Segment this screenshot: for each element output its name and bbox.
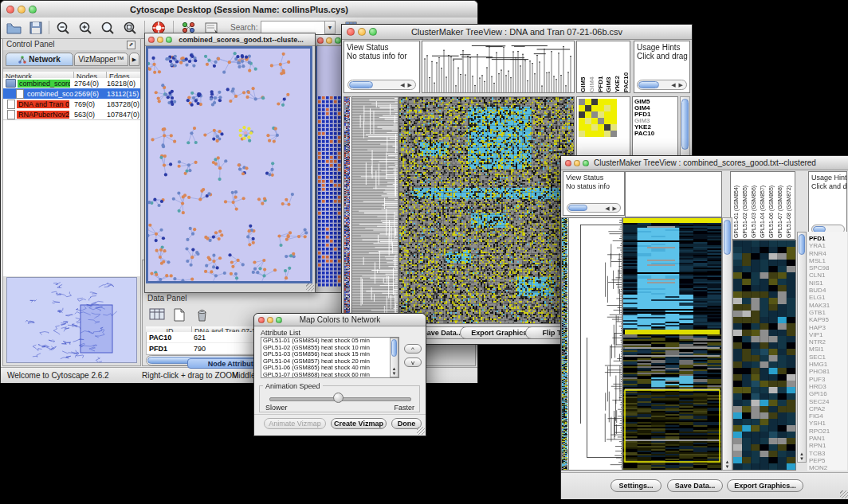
tv2-gene-label[interactable]: CLN1 [807,272,847,279]
tv2-gene-label[interactable]: BUD4 [807,287,847,294]
tv2-gene-label[interactable]: CPA2 [807,405,847,412]
zoom-window-icon[interactable] [166,37,172,43]
zoom-out-icon[interactable] [53,20,73,36]
tab-network[interactable]: Network [6,53,73,66]
tv2-zoom-vscrollbar[interactable]: ▲▼ [797,232,807,463]
tv2-gene-label[interactable]: SEC24 [807,398,847,405]
network-list-row[interactable]: combined_sco2569(6)13112(15) [3,88,140,99]
tv2-global-strip[interactable] [561,217,568,471]
tv2-gene-label[interactable]: SPC98 [807,264,847,272]
tv2-array-dendrogram-panel[interactable] [625,171,722,217]
attribute-select-icon[interactable] [147,307,167,322]
tv2-gene-dendrogram-canvas[interactable] [569,218,622,470]
scroll-arrows-icon[interactable]: ◀ ▶ [605,205,618,212]
tv1-column-label[interactable]: GIM5 [579,43,587,92]
scroll-arrows-icon[interactable]: ▲▼ [723,459,732,469]
zoom-window-icon[interactable] [29,6,37,14]
tv2-gene-label[interactable]: NIS1 [807,279,847,287]
tab-overflow[interactable]: ▶ [129,53,139,66]
tv2-button-save-data[interactable]: Save Data... [667,479,723,492]
resize-grip[interactable] [840,490,848,498]
move-up-button[interactable]: ^ [404,344,422,354]
tv1-global-strip-canvas[interactable] [344,97,350,323]
tv2-gene-label[interactable]: MSI1 [807,346,847,353]
tv1-titlebar[interactable]: ClusterMaker TreeView : DNA and Tran 07-… [342,25,692,40]
open-session-icon[interactable] [4,20,23,36]
tv1-column-label[interactable]: PAC10 [622,43,630,92]
scroll-arrows-icon[interactable]: ▲▼ [798,451,806,461]
attribute-listbox[interactable]: GPL51-01 (GSM854) heat shock 05 minGPL51… [261,337,399,378]
network-list-row[interactable]: DNA and Tran 07769(0)183728(0) [3,99,140,109]
tv1-heatmap-canvas[interactable] [399,97,574,323]
tv2-column-label[interactable]: GPL51-08 (GSM872) [785,173,792,238]
search-dropdown-arrow-icon[interactable]: ▼ [324,21,336,34]
tv2-column-label[interactable]: GPL51-03 (GSM856) [750,173,757,238]
tv2-zoom-heatmap-panel[interactable] [732,240,796,471]
scrollbar-thumb[interactable] [638,81,659,88]
tv2-gene-label[interactable]: GTB1 [807,309,847,316]
tv2-gene-label[interactable]: GPI16 [807,390,847,397]
tv2-gene-label[interactable]: TCB3 [807,450,847,457]
tv1-column-label[interactable]: YKE2 [614,43,621,92]
zoom-fit-icon[interactable] [98,20,117,36]
tv1-status-hscrollbar[interactable]: ◀ ▶ [347,80,416,90]
tv1-column-label[interactable]: GIM3 [605,43,612,92]
tv2-gene-label[interactable]: ELG1 [807,294,847,301]
tv2-gene-label[interactable]: VIP1 [807,331,847,338]
minimize-icon[interactable] [326,37,332,44]
tv2-gene-label[interactable]: YRA1 [807,242,847,249]
scrollbar-thumb[interactable] [391,339,397,357]
network-list-empty-area[interactable] [3,119,140,276]
tv1-array-dendrogram-canvas[interactable] [422,41,574,92]
tv2-heatmap-canvas[interactable] [623,218,721,470]
close-icon[interactable] [347,28,355,36]
delete-attribute-icon[interactable] [192,307,211,322]
tv2-titlebar[interactable]: ClusterMaker TreeView : combined_scores_… [561,156,848,170]
tv1-zoom-heatmap-canvas[interactable] [579,99,617,137]
tv2-button-settings[interactable]: Settings... [610,479,662,492]
scrollbar-thumb[interactable] [799,234,805,255]
tv2-column-label[interactable]: GPL51-06 (GSM865) [768,173,775,238]
attribute-list-vscrollbar[interactable]: ▲▼ [390,338,398,377]
tv2-column-label[interactable]: GPL51-01 (GSM854) [732,173,740,238]
tv2-gene-dendrogram-panel[interactable] [568,217,622,471]
close-icon[interactable] [148,37,155,43]
zoom-window-icon[interactable] [335,37,341,44]
birds-eye-canvas[interactable] [7,278,136,362]
minimize-icon[interactable] [157,37,163,43]
create-vizmap-button[interactable]: Create Vizmap [331,418,387,429]
tv2-gene-label[interactable]: MON2 [807,464,847,471]
tv2-gene-label[interactable]: MSL1 [807,257,847,264]
birds-eye-view[interactable] [6,277,137,363]
move-down-button[interactable]: v [404,357,422,367]
scrollbar-thumb[interactable] [568,205,587,211]
tab-vizmapper[interactable]: VizMapper™ [74,53,128,66]
scrollbar-thumb[interactable] [349,81,373,88]
tv1-window-controls[interactable] [347,28,377,36]
save-session-icon[interactable] [26,20,45,36]
tv2-gene-label[interactable]: YSH1 [807,420,847,427]
minimize-icon[interactable] [267,317,273,323]
close-icon[interactable] [258,317,265,323]
minimize-icon[interactable] [18,6,26,14]
tv2-gene-label[interactable]: KAP95 [807,316,847,323]
tv2-heatmap-panel[interactable] [622,217,722,471]
tv1-row-label[interactable]: PAC10 [633,131,677,137]
scrollbar-thumb[interactable] [724,220,731,255]
tv1-column-label[interactable]: GIM4 [588,43,595,92]
tv2-gene-label[interactable]: PEP5 [807,457,847,464]
tv2-gene-label[interactable]: MAK31 [807,302,847,309]
tv2-gene-label[interactable]: PAN1 [807,435,847,442]
minimize-icon[interactable] [358,28,366,36]
tv2-gene-label[interactable]: HMG1 [807,361,847,368]
tv2-gene-label[interactable]: SEC1 [807,354,847,361]
zoom-selected-icon[interactable] [120,20,139,36]
network-view-titlebar[interactable]: combined_scores_good.txt--cluste... [145,33,315,46]
tv1-gene-dendrogram-panel[interactable] [351,96,398,324]
close-icon[interactable] [565,160,571,166]
tv2-column-label[interactable]: GPL51-07 (GSM868) [776,173,783,238]
network-list-row[interactable]: combined_scores2764(0)16218(0) [3,78,140,88]
scrollbar-thumb[interactable] [681,99,689,150]
tv2-gene-label[interactable]: PUF3 [807,376,847,383]
tv2-zoom-heatmap-canvas[interactable] [733,240,795,470]
